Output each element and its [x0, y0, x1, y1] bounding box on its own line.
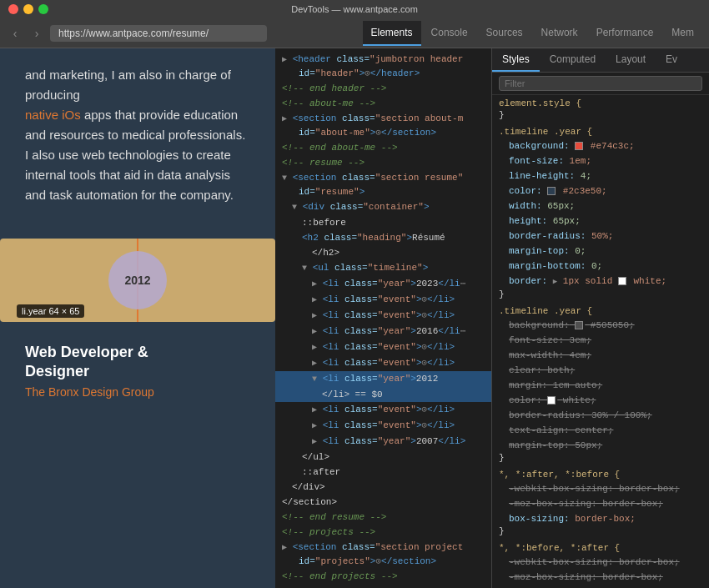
style-property[interactable]: clear: both; — [499, 363, 702, 378]
dom-line[interactable]: ▶ <li class="event">⊙</li> — [275, 355, 491, 371]
tab-sources[interactable]: Sources — [478, 21, 531, 46]
style-close: } — [499, 453, 702, 463]
style-property[interactable]: background: #505050; — [499, 318, 702, 333]
dom-line[interactable]: ▶ <section class="section about-m id="ab… — [275, 111, 491, 140]
tab-layout[interactable]: Layout — [606, 48, 656, 72]
tab-computed[interactable]: Computed — [540, 48, 606, 72]
style-property[interactable]: height: 65px; — [499, 214, 702, 229]
dom-line[interactable]: ▶ <li class="event">⊙</li> — [275, 339, 491, 355]
style-close: } — [499, 526, 702, 536]
tab-network[interactable]: Network — [533, 21, 586, 46]
website-preview: and marketing, I am also in charge of pr… — [0, 48, 275, 588]
style-property[interactable]: margin-bottom: 0; — [499, 259, 702, 274]
window-title: DevTools — www.antpace.com — [291, 4, 418, 14]
style-selector: .timeline .year { — [499, 127, 702, 137]
style-property[interactable]: color: #2c3e50; — [499, 183, 702, 199]
style-property[interactable]: color: white; — [499, 393, 702, 408]
style-property[interactable]: margin-top: 0; — [499, 244, 702, 259]
style-rule: .timeline .year { background: #e74c3c; f… — [499, 127, 702, 299]
style-property[interactable]: font-size: 3em; — [499, 333, 702, 348]
highlight-text: native iOs — [25, 108, 81, 122]
dom-comment: <!-- end resume --> — [275, 510, 491, 525]
style-close: } — [499, 110, 702, 120]
style-selector: *, *:before, *:after { — [499, 543, 702, 553]
dom-line[interactable]: ▶ <section class="section project id="pr… — [275, 540, 491, 569]
style-property[interactable]: text-align: center; — [499, 423, 702, 438]
dom-line[interactable]: ::after — [275, 465, 491, 480]
title-bar: DevTools — www.antpace.com — [0, 0, 709, 18]
main-area: and marketing, I am also in charge of pr… — [0, 48, 709, 588]
dom-comment: <!-- end header --> — [275, 81, 491, 96]
style-property[interactable]: -webkit-box-sizing: border-box; — [499, 555, 702, 570]
style-property[interactable]: margin: 1em auto; — [499, 378, 702, 393]
dom-line[interactable]: </div> — [275, 480, 491, 495]
styles-tabs: Styles Computed Layout Ev — [492, 48, 709, 73]
filter-input[interactable] — [499, 76, 702, 91]
dom-comment: <!-- contacts --> — [275, 584, 491, 588]
dom-line[interactable]: ▶ <li class="event">⊙</li> — [275, 402, 491, 418]
dom-line[interactable]: </ul> — [275, 450, 491, 465]
dom-line[interactable]: ▶ <li class="event">⊙</li> — [275, 418, 491, 434]
dom-line[interactable]: ▶ <li class="event">⊙</li> — [275, 292, 491, 308]
timeline-container: 2012 li.year 64 × 65 — [0, 239, 275, 322]
dom-comment: <!-- resume --> — [275, 155, 491, 170]
dom-tree: ▶ <header class="jumbotron header id="he… — [275, 48, 491, 588]
dom-line[interactable]: </section> — [275, 495, 491, 510]
style-rule: *, *:after, *:before { -webkit-box-sizin… — [499, 470, 702, 536]
dom-line[interactable]: ▶ <li class="year">2023</li⋯ — [275, 276, 491, 292]
style-selector: *, *:after, *:before { — [499, 470, 702, 480]
tab-event-listeners[interactable]: Ev — [656, 48, 687, 72]
dom-line[interactable]: ▼ <div class="container"> — [275, 199, 491, 215]
style-property[interactable]: width: 65px; — [499, 199, 702, 214]
style-property[interactable]: border-radius: 50%; — [499, 229, 702, 244]
body-text: and marketing, I am also in charge of pr… — [25, 65, 250, 205]
style-close: } — [499, 289, 702, 299]
style-rule: *, *:before, *:after { -webkit-box-sizin… — [499, 543, 702, 588]
style-property[interactable]: font-size: 1em; — [499, 153, 702, 168]
style-property[interactable]: -webkit-box-sizing: border-box; — [499, 481, 702, 496]
forward-button[interactable]: › — [28, 27, 45, 40]
year-circle: 2012 — [108, 251, 167, 309]
style-property[interactable]: margin-top: 50px; — [499, 438, 702, 453]
style-property[interactable]: background: #e74c3c; — [499, 138, 702, 153]
style-property[interactable]: box-sizing: border-box; — [499, 511, 702, 526]
style-property[interactable]: line-height: 4; — [499, 168, 702, 183]
dom-panel[interactable]: ▶ <header class="jumbotron header id="he… — [275, 48, 492, 588]
style-property[interactable]: -moz-box-sizing: border-box; — [499, 496, 702, 511]
tab-styles[interactable]: Styles — [492, 48, 540, 72]
dom-line[interactable]: ▼ <section class="section resume" id="re… — [275, 170, 491, 199]
dom-line[interactable]: ▶ <header class="jumbotron header id="he… — [275, 52, 491, 81]
traffic-lights — [8, 4, 48, 14]
style-property[interactable]: box-sizing: border-box; — [499, 585, 702, 588]
close-button[interactable] — [8, 4, 18, 14]
styles-panel: Styles Computed Layout Ev element.style … — [492, 48, 709, 588]
dom-line[interactable]: ▶ <li class="year">2007</li> — [275, 434, 491, 450]
dom-line-selected[interactable]: ▼ <li class="year">2012 — [275, 371, 491, 387]
element-tooltip: li.year 64 × 65 — [17, 304, 84, 318]
style-property[interactable]: border: ▶ 1px solid white; — [499, 274, 702, 289]
dom-comment: <!-- end about-me --> — [275, 140, 491, 155]
dom-line[interactable]: ▶ <li class="event">⊙</li> — [275, 308, 491, 324]
dom-line[interactable]: ::before — [275, 215, 491, 230]
tab-elements[interactable]: Elements — [363, 21, 421, 46]
maximize-button[interactable] — [38, 4, 48, 14]
back-button[interactable]: ‹ — [7, 27, 23, 40]
dom-comment: <!-- about-me --> — [275, 96, 491, 111]
dom-line[interactable]: <h2 class="heading">Résumé — [275, 230, 491, 245]
dom-line[interactable]: ▶ <li class="year">2016</li⋯ — [275, 324, 491, 339]
style-property[interactable]: max-width: 4em; — [499, 348, 702, 363]
tab-performance[interactable]: Performance — [588, 21, 662, 46]
tab-console[interactable]: Console — [423, 21, 476, 46]
tab-memory[interactable]: Mem — [663, 21, 702, 46]
dom-line[interactable]: </li> == $0 — [275, 387, 491, 402]
bottom-text: Web Developer & Designer The Bronx Desig… — [0, 330, 275, 411]
dom-line[interactable]: </h2> — [275, 245, 491, 260]
url-bar[interactable]: https://www.antpace.com/resume/ — [50, 25, 267, 42]
style-property[interactable]: -moz-box-sizing: border-box; — [499, 570, 702, 585]
style-property[interactable]: border-radius: 30% / 100%; — [499, 408, 702, 423]
resume-section: 2012 li.year 64 × 65 — [0, 239, 275, 322]
browser-chrome: ‹ › https://www.antpace.com/resume/ Elem… — [0, 18, 709, 48]
dom-line[interactable]: ▼ <ul class="timeline"> — [275, 260, 491, 276]
minimize-button[interactable] — [23, 4, 33, 14]
filter-bar — [492, 73, 709, 95]
